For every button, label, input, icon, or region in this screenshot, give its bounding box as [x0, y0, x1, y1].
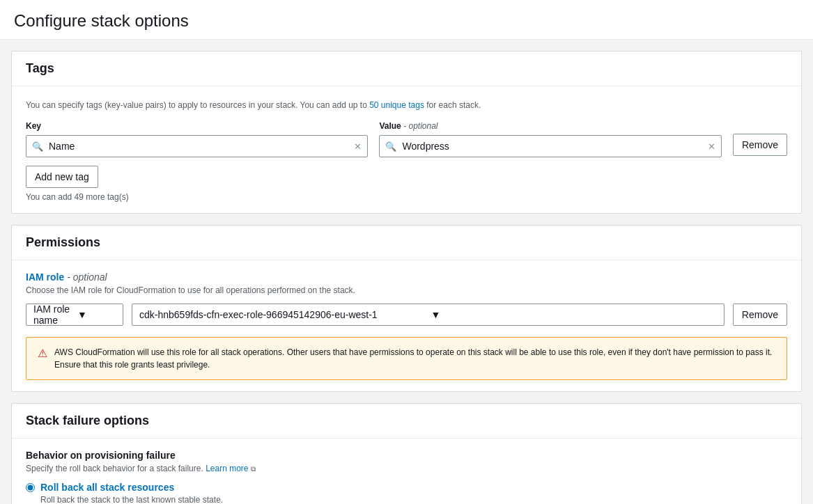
tag-row: Key 🔍 ✕ Value - optional 🔍 ✕ — [26, 121, 787, 157]
tags-section: Tags You can specify tags (key-value pai… — [11, 51, 802, 214]
behavior-description: Specify the roll back behavior for a sta… — [26, 464, 787, 473]
can-add-text: You can add 49 more tag(s) — [26, 192, 787, 202]
external-link-icon: ⧉ — [251, 465, 256, 473]
iam-role-type-select[interactable]: IAM role name ▼ — [26, 304, 123, 326]
iam-role-value-select[interactable]: cdk-hnb659fds-cfn-exec-role-966945142906… — [132, 304, 725, 326]
value-clear-icon[interactable]: ✕ — [708, 141, 715, 152]
value-search-icon: 🔍 — [385, 141, 396, 152]
permissions-section: Permissions IAM role - optional Choose t… — [11, 225, 802, 392]
permissions-heading: Permissions — [26, 235, 787, 250]
key-clear-icon[interactable]: ✕ — [354, 141, 362, 152]
iam-controls-row: IAM role name ▼ cdk-hnb659fds-cfn-exec-r… — [26, 304, 787, 326]
radio-item-rollback: Roll back all stack resources Roll back … — [26, 482, 787, 504]
iam-role-type-label: IAM role name — [33, 304, 72, 326]
permissions-section-body: IAM role - optional Choose the IAM role … — [12, 260, 801, 391]
value-label: Value - optional — [379, 121, 721, 131]
permissions-section-header: Permissions — [12, 226, 801, 260]
iam-role-value-text: cdk-hnb659fds-cfn-exec-role-966945142906… — [139, 309, 425, 320]
rollback-radio[interactable] — [26, 483, 35, 492]
stack-failure-header: Stack failure options — [12, 404, 801, 439]
value-input[interactable] — [399, 141, 704, 152]
stack-failure-section: Stack failure options Behavior on provis… — [11, 403, 802, 504]
tags-heading: Tags — [26, 61, 787, 76]
rollback-desc: Roll back the stack to the last known st… — [40, 494, 223, 504]
key-search-icon: 🔍 — [32, 141, 43, 152]
iam-role-value-arrow-icon: ▼ — [431, 309, 716, 320]
learn-more-link[interactable]: Learn more — [206, 464, 248, 473]
page-title-bar: Configure stack options — [0, 0, 813, 40]
tags-section-header: Tags — [12, 52, 801, 86]
key-input-wrapper: 🔍 ✕ — [26, 135, 368, 157]
rollback-content: Roll back all stack resources Roll back … — [40, 482, 223, 504]
iam-optional-text: - optional — [67, 271, 107, 283]
iam-role-group: IAM role - optional Choose the IAM role … — [26, 271, 787, 380]
add-tag-row: Add new tag — [26, 166, 787, 188]
iam-description: Choose the IAM role for CloudFormation t… — [26, 285, 787, 295]
value-input-wrapper: 🔍 ✕ — [379, 135, 721, 157]
behavior-title: Behavior on provisioning failure — [26, 450, 787, 461]
warning-triangle-icon: ⚠ — [38, 347, 47, 360]
key-field-group: Key 🔍 ✕ — [26, 121, 368, 157]
stack-failure-body: Behavior on provisioning failure Specify… — [12, 439, 801, 504]
iam-warning-text: AWS CloudFormation will use this role fo… — [54, 346, 775, 371]
iam-warning-box: ⚠ AWS CloudFormation will use this role … — [26, 337, 787, 380]
value-field-group: Value - optional 🔍 ✕ — [379, 121, 721, 157]
radio-group-behavior: Roll back all stack resources Roll back … — [26, 482, 787, 504]
tags-limit-link[interactable]: 50 unique tags — [369, 100, 424, 110]
rollback-label[interactable]: Roll back all stack resources — [40, 482, 174, 493]
behavior-group: Behavior on provisioning failure Specify… — [26, 450, 787, 504]
iam-role-title: IAM role - optional — [26, 271, 787, 283]
tags-description: You can specify tags (key-value pairs) t… — [26, 100, 787, 110]
stack-failure-heading: Stack failure options — [26, 414, 787, 428]
page-title: Configure stack options — [0, 0, 813, 40]
tags-section-body: You can specify tags (key-value pairs) t… — [12, 86, 801, 213]
iam-role-type-arrow-icon: ▼ — [77, 309, 116, 320]
tag-remove-container: Remove — [733, 134, 787, 156]
add-tag-button[interactable]: Add new tag — [26, 166, 98, 188]
tag-remove-button[interactable]: Remove — [733, 134, 787, 156]
iam-remove-button[interactable]: Remove — [733, 304, 787, 326]
key-label: Key — [26, 121, 368, 131]
key-input[interactable] — [46, 141, 351, 152]
